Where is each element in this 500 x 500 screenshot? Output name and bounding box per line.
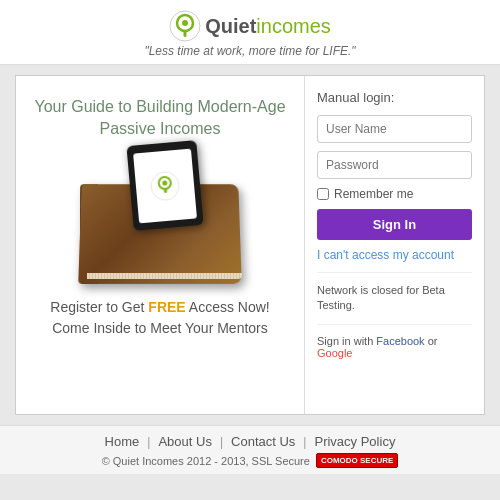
- main-content: Your Guide to Building Modern-Age Passiv…: [15, 75, 485, 415]
- facebook-link[interactable]: Facebook: [376, 335, 424, 347]
- logo-incomes: incomes: [256, 15, 330, 37]
- cant-access-link[interactable]: I can't access my account: [317, 248, 472, 262]
- social-login-row: Sign in with Facebook or Google: [317, 335, 472, 359]
- divider: [317, 272, 472, 273]
- ssl-badge: COMODO SECURE: [316, 453, 398, 468]
- phone-device: [126, 140, 203, 231]
- footer-home-link[interactable]: Home: [105, 434, 140, 449]
- remember-label: Remember me: [334, 187, 413, 201]
- book-illustration: [70, 153, 250, 283]
- book-pages: [87, 273, 242, 279]
- right-panel: Manual login: Remember me Sign In I can'…: [304, 76, 484, 414]
- register-text: Register to Get FREE Access Now! Come In…: [50, 297, 269, 339]
- main-heading: Your Guide to Building Modern-Age Passiv…: [32, 96, 288, 141]
- footer-sep2: |: [220, 435, 223, 449]
- remember-checkbox[interactable]: [317, 188, 329, 200]
- logo-text: Quietincomes: [205, 15, 331, 38]
- footer-contact-link[interactable]: Contact Us: [231, 434, 295, 449]
- logo-quiet: Quiet: [205, 15, 256, 37]
- footer-about-link[interactable]: About Us: [158, 434, 211, 449]
- logo-area: Quietincomes: [169, 10, 331, 42]
- username-input[interactable]: [317, 115, 472, 143]
- phone-app-logo: [149, 169, 182, 202]
- network-message: Network is closed for Beta Testing.: [317, 283, 472, 314]
- tagline: "Less time at work, more time for LIFE.": [144, 44, 355, 58]
- phone-screen: [133, 148, 197, 223]
- svg-point-4: [150, 170, 180, 200]
- svg-point-2: [182, 20, 188, 26]
- footer-sep1: |: [147, 435, 150, 449]
- footer-sep3: |: [303, 435, 306, 449]
- logo-icon: [169, 10, 201, 42]
- free-highlight: FREE: [148, 299, 185, 315]
- footer-nav: Home | About Us | Contact Us | Privacy P…: [105, 434, 396, 449]
- svg-rect-3: [184, 30, 187, 37]
- remember-row: Remember me: [317, 187, 472, 201]
- login-label: Manual login:: [317, 90, 472, 105]
- sign-in-button[interactable]: Sign In: [317, 209, 472, 240]
- password-input[interactable]: [317, 151, 472, 179]
- divider2: [317, 324, 472, 325]
- page-header: Quietincomes "Less time at work, more ti…: [0, 0, 500, 65]
- google-link[interactable]: Google: [317, 347, 352, 359]
- footer-privacy-link[interactable]: Privacy Policy: [314, 434, 395, 449]
- left-panel: Your Guide to Building Modern-Age Passiv…: [16, 76, 304, 414]
- page-footer: Home | About Us | Contact Us | Privacy P…: [0, 425, 500, 474]
- footer-copyright: © Quiet Incomes 2012 - 2013, SSL Secure …: [102, 453, 399, 468]
